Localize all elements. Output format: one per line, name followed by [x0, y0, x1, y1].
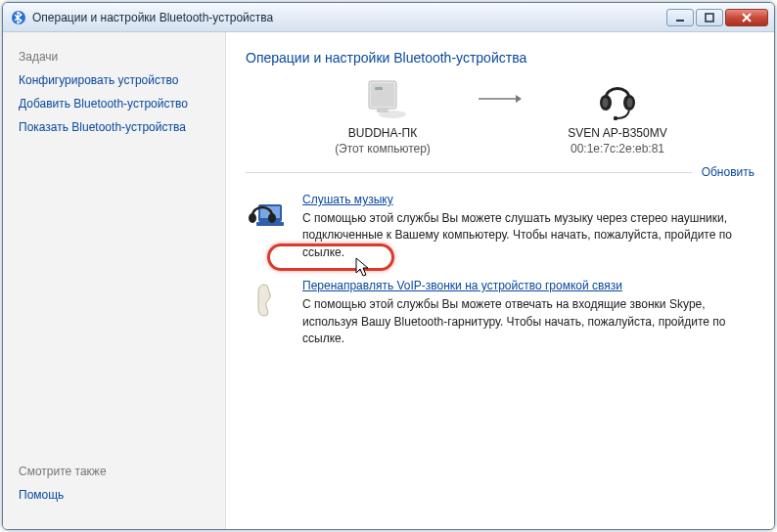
device-local: BUDDHA-ПК (Этот компьютер) [290, 77, 476, 155]
maximize-button[interactable] [696, 9, 723, 26]
svg-rect-1 [676, 20, 684, 22]
device-local-sub: (Этот компьютер) [290, 142, 476, 155]
sidebar: Задачи Конфигурировать устройство Добави… [3, 32, 226, 529]
service-desc: С помощью этой службы Вы можете слушать … [302, 210, 754, 261]
titlebar: Операции и настройки Bluetooth-устройств… [3, 3, 774, 32]
divider-line [246, 172, 692, 173]
service-listen-music: Слушать музыку С помощью этой службы Вы … [246, 193, 754, 261]
sidebar-heading-tasks: Задачи [19, 50, 209, 64]
device-remote: SVEN AP-B350MV 00:1e:7c:2e:eb:81 [525, 77, 710, 155]
service-voip-redirect: Перенаправлять VoIP-звонки на устройство… [246, 279, 754, 347]
svg-rect-16 [256, 222, 284, 226]
device-remote-name: SVEN AP-B350MV [525, 126, 710, 140]
service-link-listen-music[interactable]: Слушать музыку [302, 193, 393, 206]
divider-row: Обновить [246, 165, 754, 179]
music-headphones-icon [246, 193, 293, 236]
svg-point-12 [627, 98, 633, 108]
computer-icon [355, 77, 410, 120]
sidebar-item-configure-device[interactable]: Конфигурировать устройство [19, 73, 209, 87]
svg-rect-4 [371, 83, 394, 107]
service-body: Слушать музыку С помощью этой службы Вы … [302, 193, 754, 261]
sidebar-heading-see-also: Смотрите также [19, 465, 209, 478]
minimize-button[interactable] [666, 9, 694, 26]
sidebar-item-add-bluetooth-device[interactable]: Добавить Bluetooth-устройство [19, 97, 209, 111]
service-body: Перенаправлять VoIP-звонки на устройство… [302, 279, 754, 347]
bluetooth-icon [11, 10, 26, 25]
service-link-voip[interactable]: Перенаправлять VoIP-звонки на устройство… [302, 279, 622, 292]
device-pair: BUDDHA-ПК (Этот компьютер) [246, 77, 754, 155]
svg-point-13 [614, 116, 617, 120]
svg-rect-2 [706, 14, 713, 22]
svg-point-11 [603, 98, 609, 108]
main-content: Операции и настройки Bluetooth-устройств… [226, 32, 774, 529]
close-button[interactable] [725, 9, 768, 26]
window: Операции и настройки Bluetooth-устройств… [2, 2, 775, 530]
phone-handset-icon [246, 279, 293, 322]
svg-point-17 [249, 213, 256, 223]
service-desc: С помощью этой службы Вы можете отвечать… [302, 296, 754, 347]
window-body: Задачи Конфигурировать устройство Добави… [3, 32, 774, 529]
refresh-link[interactable]: Обновить [702, 165, 754, 179]
svg-rect-5 [375, 87, 383, 90]
sidebar-item-help[interactable]: Помощь [19, 488, 209, 502]
svg-rect-7 [377, 109, 388, 112]
window-title: Операции и настройки Bluetooth-устройств… [32, 11, 666, 24]
connection-arrow-icon [476, 77, 525, 120]
device-remote-mac: 00:1e:7c:2e:eb:81 [525, 142, 710, 155]
device-local-name: BUDDHA-ПК [290, 126, 476, 140]
window-controls [666, 9, 768, 26]
svg-point-18 [268, 213, 276, 223]
headset-icon [590, 77, 645, 120]
sidebar-item-show-bluetooth-devices[interactable]: Показать Bluetooth-устройства [19, 120, 209, 134]
content-heading: Операции и настройки Bluetooth-устройств… [246, 50, 754, 66]
